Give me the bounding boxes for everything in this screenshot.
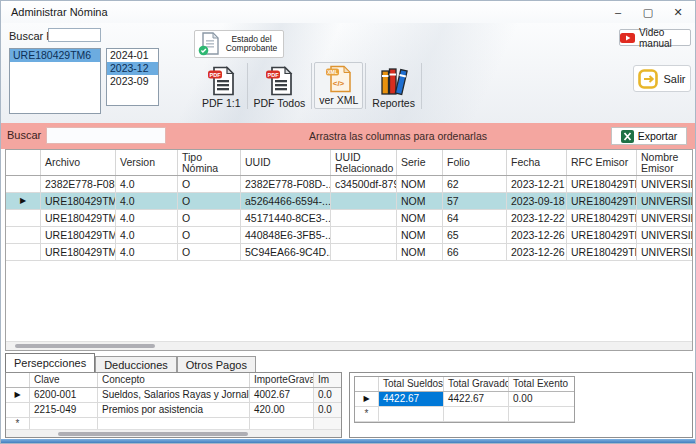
cell-folio[interactable]: 62	[443, 176, 507, 193]
cell-tipo[interactable]: O	[178, 227, 241, 244]
video-manual-button[interactable]: Video manual	[619, 29, 691, 46]
cell-uuid[interactable]: 440848E6-3FB5-...	[241, 227, 331, 244]
cell-total-gravado[interactable]: 4422.67	[444, 392, 509, 407]
cell-tipo[interactable]: O	[178, 176, 241, 193]
cell-serie[interactable]: NOM	[397, 193, 443, 210]
column-header-serie[interactable]: Serie	[397, 150, 443, 175]
column-header-folio[interactable]: Folio	[443, 150, 507, 175]
cell-fecha[interactable]: 2023-12-26	[507, 244, 567, 261]
tab-percepciones[interactable]: Persepcciones	[5, 353, 95, 372]
cell-folio[interactable]: 66	[443, 244, 507, 261]
exportar-button[interactable]: Exportar	[611, 127, 687, 145]
cell-rfc[interactable]: URE180429TM6	[567, 193, 637, 210]
period-list-item[interactable]: 2023-12	[107, 62, 158, 75]
cell-archivo[interactable]: URE180429TM6...	[41, 210, 116, 227]
reportes-button[interactable]: Reportes	[368, 67, 419, 109]
cell-uuid[interactable]: a5264466-6594-...	[241, 193, 331, 210]
cell-folio[interactable]: 65	[443, 227, 507, 244]
cell-fecha[interactable]: 2023-12-26	[507, 227, 567, 244]
cell-version[interactable]: 4.0	[116, 210, 178, 227]
cell-archivo[interactable]: 2382E778-F08D-...	[41, 176, 116, 193]
cell-nombre[interactable]: UNIVERSIDAD ...	[637, 244, 692, 261]
row-selector[interactable]	[6, 403, 30, 418]
minimize-button[interactable]: –	[603, 1, 633, 23]
cell-total-sueldos[interactable]: 4422.67	[379, 392, 444, 407]
close-button[interactable]: ✕	[663, 1, 693, 23]
column-header-importe-truncated[interactable]: Im	[314, 373, 341, 387]
cell-version[interactable]: 4.0	[116, 193, 178, 210]
tab-otros-pagos[interactable]: Otros Pagos	[177, 356, 256, 372]
cell-rfc[interactable]: URE180429TM6	[567, 244, 637, 261]
cell-version[interactable]: 4.0	[116, 244, 178, 261]
row-selector[interactable]	[6, 244, 41, 261]
cell-concepto[interactable]: Sueldos, Salarios Rayas y Jornales	[98, 388, 250, 403]
cell-rfc[interactable]: URE180429TM6	[567, 227, 637, 244]
tab-deducciones[interactable]: Deducciones	[95, 356, 177, 372]
horizontal-scrollbar[interactable]	[6, 341, 692, 350]
cell-uuid-rel[interactable]	[331, 227, 397, 244]
column-header-rfc-emisor[interactable]: RFC Emisor	[567, 150, 637, 175]
period-list-item[interactable]: 2023-09	[107, 75, 158, 88]
cell-rfc[interactable]: URE180429TM6	[567, 176, 637, 193]
cell-empty[interactable]	[509, 407, 574, 422]
cell-importe-truncated[interactable]: 0.0	[314, 388, 341, 403]
column-header-total-gravado[interactable]: Total Gravado	[444, 377, 509, 391]
cell-empty[interactable]	[444, 407, 509, 422]
cell-nombre[interactable]: UNIVERSIDAD ...	[637, 227, 692, 244]
cell-uuid[interactable]: 5C94EA66-9C4D...	[241, 244, 331, 261]
pdf-1-1-button[interactable]: PDF PDF 1:1	[198, 66, 245, 109]
cell-version[interactable]: 4.0	[116, 227, 178, 244]
cell-serie[interactable]: NOM	[397, 244, 443, 261]
buscar-rfc-input[interactable]	[48, 28, 101, 42]
cell-concepto[interactable]: Premios por asistencia	[98, 403, 250, 418]
cell-uuid-rel[interactable]	[331, 193, 397, 210]
scrollbar-thumb[interactable]	[58, 432, 248, 436]
cell-empty[interactable]	[379, 407, 444, 422]
cell-clave[interactable]: 6200-001	[30, 388, 98, 403]
cell-tipo[interactable]: O	[178, 193, 241, 210]
cell-nombre[interactable]: UNIVERSIDAD ...	[637, 176, 692, 193]
cell-archivo[interactable]: URE180429TM6...	[41, 193, 116, 210]
cell-clave[interactable]: 2215-049	[30, 403, 98, 418]
column-header-nombre-emisor[interactable]: Nombre Emisor	[637, 150, 692, 175]
estado-comprobante-button[interactable]: Estado del Comprobante	[194, 30, 284, 58]
cell-fecha[interactable]: 2023-12-22	[507, 210, 567, 227]
cell-uuid-rel[interactable]	[331, 244, 397, 261]
pdf-todos-button[interactable]: PDF PDF Todos	[250, 66, 310, 109]
salir-button[interactable]: Salir	[633, 65, 691, 92]
cell-nombre[interactable]: UNIVERSIDAD ...	[637, 193, 692, 210]
column-header-concepto[interactable]: Concepto	[98, 373, 250, 387]
column-header-total-exento[interactable]: Total Exento	[509, 377, 574, 391]
column-header-importe-gravado[interactable]: ImporteGravado	[250, 373, 314, 387]
cell-uuid[interactable]: 45171440-8CE3-...	[241, 210, 331, 227]
cell-importe-gravado[interactable]: 420.00	[250, 403, 314, 418]
cell-folio[interactable]: 64	[443, 210, 507, 227]
row-selector[interactable]	[6, 210, 41, 227]
column-header-tipo-nomina[interactable]: Tipo Nómina	[178, 150, 241, 175]
cell-total-exento[interactable]: 0.00	[509, 392, 574, 407]
cell-nombre[interactable]: UNIVERSIDAD ...	[637, 210, 692, 227]
row-selector[interactable]	[6, 176, 41, 193]
cell-fecha[interactable]: 2023-12-21	[507, 176, 567, 193]
column-header-uuid-relacionado[interactable]: UUID Relacionado	[331, 150, 397, 175]
cell-importe-gravado[interactable]: 4002.67	[250, 388, 314, 403]
cell-archivo[interactable]: URE180429TM6...	[41, 227, 116, 244]
buscar-input[interactable]	[46, 127, 166, 144]
period-list-item[interactable]: 2024-01	[107, 49, 158, 62]
cell-serie[interactable]: NOM	[397, 210, 443, 227]
rfc-list-item[interactable]: URE180429TM6	[10, 49, 100, 62]
cell-uuid-rel[interactable]	[331, 210, 397, 227]
row-selector[interactable]	[6, 227, 41, 244]
cell-version[interactable]: 4.0	[116, 176, 178, 193]
cell-tipo[interactable]: O	[178, 244, 241, 261]
column-header-uuid[interactable]: UUID	[241, 150, 331, 175]
cell-uuid[interactable]: 2382E778-F08D-...	[241, 176, 331, 193]
column-header-version[interactable]: Version	[116, 150, 178, 175]
horizontal-scrollbar[interactable]	[6, 429, 341, 437]
ver-xml-button[interactable]: XML </> ver XML	[314, 62, 363, 109]
cell-tipo[interactable]: O	[178, 210, 241, 227]
cell-serie[interactable]: NOM	[397, 227, 443, 244]
column-header-fecha[interactable]: Fecha	[507, 150, 567, 175]
column-header-archivo[interactable]: Archivo	[41, 150, 116, 175]
column-header-total-sueldos[interactable]: Total Sueldos	[379, 377, 444, 391]
